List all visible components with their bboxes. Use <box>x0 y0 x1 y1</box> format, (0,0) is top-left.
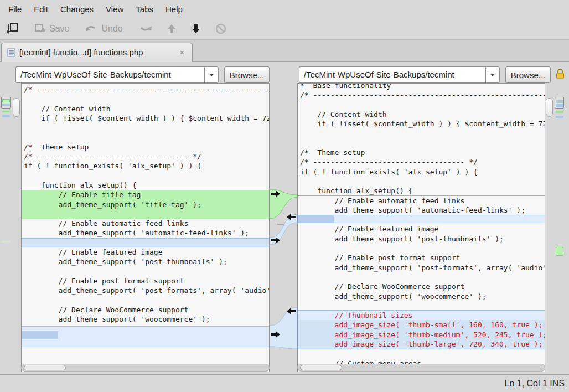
code-line <box>298 128 545 138</box>
code-line: add_image_size( 'thumb-small', 160, 160,… <box>298 320 545 329</box>
code-line: /* -------------------------------------… <box>22 85 269 94</box>
lock-icon <box>555 68 565 79</box>
right-file-path-entry[interactable]: /TecMint-WpUseOf-Site-Backups/tecmint <box>299 66 486 83</box>
menu-file[interactable]: File <box>2 2 28 17</box>
code-line: // Enable featured image <box>298 224 545 234</box>
undo-button[interactable]: Undo <box>81 20 126 37</box>
code-line: // Content width <box>298 110 545 119</box>
redo-button[interactable] <box>136 21 156 37</box>
code-line <box>22 209 269 219</box>
code-line: function alx_setup() { <box>298 186 545 195</box>
menu-view[interactable]: View <box>100 2 130 17</box>
left-diff-map[interactable] <box>1 83 11 372</box>
previous-change-button[interactable] <box>163 20 180 37</box>
code-line: /* Theme setup <box>298 148 545 157</box>
code-line <box>22 238 269 247</box>
stop-icon <box>215 23 227 35</box>
menu-help[interactable]: Help <box>159 2 189 17</box>
code-line: function alx_setup() { <box>22 180 269 190</box>
code-line <box>298 244 545 253</box>
new-comparison-button[interactable] <box>3 20 23 37</box>
redo-curve-icon <box>139 23 153 34</box>
right-horizontal-scrollbar[interactable] <box>297 364 545 372</box>
right-vertical-scrollbar[interactable] <box>546 98 553 117</box>
code-line: add_theme_support( 'woocommerce' ); <box>298 292 545 301</box>
diffmap-chunk <box>2 111 10 112</box>
code-line <box>22 334 269 343</box>
right-code-view: * Base functionality/* -----------------… <box>298 83 545 368</box>
left-code-pane[interactable]: /* -------------------------------------… <box>21 83 270 372</box>
code-line: // Content width <box>22 104 269 114</box>
tab-functions-php[interactable]: [tecmint] functio...d] functions.php × <box>1 43 193 62</box>
code-line: /* Theme setup <box>22 142 269 152</box>
code-line <box>22 267 269 276</box>
code-line <box>298 177 545 186</box>
diffmap-chunk <box>556 116 563 118</box>
new-comparison-icon <box>7 22 19 35</box>
arrow-up-icon <box>166 23 177 35</box>
code-line: /* ----------------------------------- *… <box>298 157 545 167</box>
save-button[interactable]: Save <box>30 20 73 37</box>
code-line <box>298 301 545 311</box>
code-line: * Base functionality <box>298 83 545 90</box>
code-line <box>22 324 269 333</box>
right-horizontal-scrollbar-thumb[interactable] <box>300 365 342 370</box>
diffmap-chunk <box>556 247 563 256</box>
menu-bar: File Edit Changes View Tabs Help <box>0 0 569 18</box>
save-label: Save <box>49 24 69 34</box>
code-line: // Declare WooCommerce support <box>22 305 269 314</box>
code-line <box>298 138 545 148</box>
right-diff-map[interactable] <box>555 83 565 372</box>
code-line: /* -------------------------------------… <box>298 90 545 100</box>
code-line: // Declare WooCommerce support <box>298 282 545 291</box>
code-line <box>298 349 545 358</box>
code-line <box>22 171 269 180</box>
diffmap-chunk <box>2 99 10 102</box>
right-file-dropdown[interactable] <box>485 66 500 83</box>
cursor-position-status: Ln 1, Col 1 INS <box>505 379 565 389</box>
stop-button[interactable] <box>211 20 230 37</box>
code-line <box>22 296 269 305</box>
tab-title: [tecmint] functio...d] functions.php <box>19 48 178 57</box>
diffmap-chunk <box>556 104 563 107</box>
arrow-down-icon <box>190 23 201 35</box>
code-line: // Enable post format support <box>22 276 269 286</box>
code-line: if ( !isset( $content_width ) ) { $conte… <box>22 114 269 123</box>
status-bar: Ln 1, Col 1 INS <box>0 374 569 392</box>
undo-icon <box>85 23 98 35</box>
left-file-path-entry[interactable]: /TecMint-WpUseOf-Site-Backups/tecmint <box>15 66 205 83</box>
menu-tabs[interactable]: Tabs <box>130 2 159 17</box>
next-change-button[interactable] <box>187 20 205 37</box>
code-line: add_image_size( 'thumb-large', 720, 340,… <box>298 339 545 349</box>
code-line: add_theme_support( 'post-formats', array… <box>22 286 269 295</box>
diffmap-chunk <box>2 104 10 106</box>
right-browse-button[interactable]: Browse... <box>505 66 551 83</box>
code-line: // Enable automatic feed links <box>298 196 545 205</box>
left-horizontal-scrollbar[interactable] <box>21 364 270 372</box>
code-line: if ( ! function_exists( 'alx_setup' ) ) … <box>298 167 545 177</box>
diffmap-chunk <box>556 111 563 113</box>
code-line: add_image_size( 'thumb-medium', 520, 245… <box>298 330 545 339</box>
code-line: // Enable featured image <box>22 247 269 257</box>
diffmap-chunk <box>556 100 563 103</box>
code-line: add_theme_support( 'post-formats', array… <box>298 263 545 272</box>
left-browse-button[interactable]: Browse... <box>224 66 270 83</box>
menu-edit[interactable]: Edit <box>28 2 54 17</box>
code-line: // Enable post format support <box>298 253 545 262</box>
code-line: if ( !isset( $content_width ) ) { $conte… <box>298 119 545 128</box>
menu-changes[interactable]: Changes <box>54 2 100 17</box>
left-file-dropdown[interactable] <box>204 66 219 83</box>
left-vertical-scrollbar[interactable] <box>13 98 20 117</box>
diffmap-chunk <box>2 115 10 117</box>
code-line: // Thumbnail sizes <box>298 311 545 320</box>
code-line: add_theme_support( 'automatic-feed-links… <box>22 228 269 238</box>
diff-link-gutter <box>270 83 297 372</box>
right-code-pane[interactable]: * Base functionality/* -----------------… <box>297 83 545 372</box>
change-link-curve <box>270 307 297 349</box>
undo-label: Undo <box>101 24 122 34</box>
tab-close-icon[interactable]: × <box>178 48 187 57</box>
left-code-view: /* -------------------------------------… <box>22 84 269 372</box>
code-line: if ( ! function_exists( 'alx_setup' ) ) … <box>22 161 269 171</box>
code-line <box>22 343 269 353</box>
left-horizontal-scrollbar-thumb[interactable] <box>24 365 66 370</box>
